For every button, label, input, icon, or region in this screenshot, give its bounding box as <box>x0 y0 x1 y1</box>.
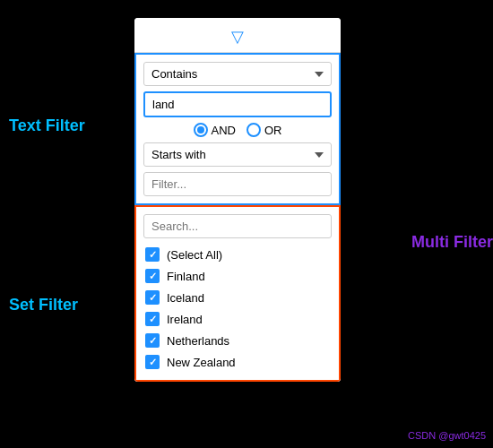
text-filter-section: Contains Not Contains Equals Not Equals … <box>134 53 341 205</box>
ireland-checkbox[interactable] <box>145 312 160 326</box>
iceland-checkbox[interactable] <box>145 290 160 305</box>
contains-dropdown-row: Contains Not Contains Equals Not Equals … <box>143 62 332 86</box>
list-item[interactable]: New Zealand <box>143 351 332 373</box>
or-label: OR <box>264 124 282 137</box>
funnel-icon: ▽ <box>231 28 244 46</box>
netherlands-checkbox[interactable] <box>145 333 160 348</box>
and-radio[interactable] <box>194 123 208 137</box>
list-item[interactable]: Iceland <box>143 287 332 308</box>
or-option[interactable]: OR <box>246 123 282 137</box>
and-option[interactable]: AND <box>194 123 236 137</box>
set-filter-label: Set Filter <box>9 296 78 314</box>
list-item[interactable]: Finland <box>143 265 332 287</box>
panel-header: ▽ <box>134 18 341 53</box>
multi-filter-label: Multi Filter <box>368 233 493 252</box>
and-or-row: AND OR <box>143 123 332 137</box>
second-filter-input[interactable] <box>143 172 332 196</box>
select-all-label: (Select All) <box>167 248 222 262</box>
finland-checkbox[interactable] <box>145 269 160 283</box>
list-item[interactable]: (Select All) <box>143 244 332 265</box>
iceland-label: Iceland <box>167 291 204 305</box>
list-container[interactable]: (Select All) Finland Iceland Ireland Net… <box>143 244 332 373</box>
contains-dropdown[interactable]: Contains Not Contains Equals Not Equals … <box>143 62 332 86</box>
list-item[interactable]: Netherlands <box>143 330 332 351</box>
new-zealand-label: New Zealand <box>167 356 236 369</box>
starts-with-dropdown[interactable]: Starts with Ends with Contains Not Conta… <box>143 142 332 167</box>
new-zealand-checkbox[interactable] <box>145 355 160 369</box>
main-panel: ▽ Contains Not Contains Equals Not Equal… <box>134 18 341 382</box>
search-input[interactable] <box>143 214 332 238</box>
set-filter-section: (Select All) Finland Iceland Ireland Net… <box>134 205 341 382</box>
list-item[interactable]: Ireland <box>143 308 332 330</box>
starts-with-dropdown-row: Starts with Ends with Contains Not Conta… <box>143 142 332 167</box>
finland-label: Finland <box>167 270 205 283</box>
text-filter-input[interactable] <box>143 91 332 117</box>
ireland-label: Ireland <box>167 313 203 326</box>
netherlands-label: Netherlands <box>167 334 229 348</box>
text-filter-label: Text Filter <box>9 116 85 135</box>
watermark: CSDN @gwt0425 <box>408 430 486 441</box>
and-label: AND <box>212 124 236 137</box>
or-radio[interactable] <box>246 123 261 137</box>
select-all-checkbox[interactable] <box>145 247 160 262</box>
